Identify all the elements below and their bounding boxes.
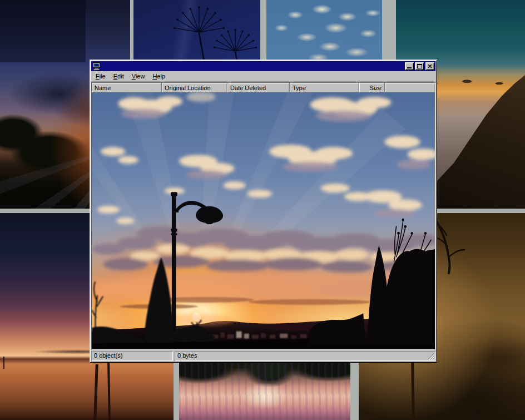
column-header-date-deleted[interactable]: Date Deleted bbox=[227, 83, 290, 92]
status-bar: 0 object(s) 0 bytes bbox=[91, 351, 435, 361]
menu-bar: File Edit View Help bbox=[91, 71, 435, 82]
resize-grip[interactable] bbox=[427, 353, 434, 360]
sunset-photo-background bbox=[92, 92, 435, 349]
menu-help[interactable]: Help bbox=[148, 72, 169, 81]
column-header-name[interactable]: Name bbox=[92, 83, 162, 92]
column-header-type[interactable]: Type bbox=[290, 83, 359, 92]
menu-view[interactable]: View bbox=[128, 72, 149, 81]
column-header-original-location[interactable]: Original Location bbox=[162, 83, 227, 92]
menu-file[interactable]: File bbox=[92, 72, 110, 81]
close-button[interactable] bbox=[425, 62, 434, 70]
sunset-lamp-photo bbox=[92, 92, 435, 349]
column-header-row: Name Original Location Date Deleted Type… bbox=[92, 83, 435, 92]
lake-pole-silhouette bbox=[93, 364, 98, 420]
status-objects: 0 object(s) bbox=[91, 351, 173, 361]
menu-edit[interactable]: Edit bbox=[110, 72, 128, 81]
minimize-icon bbox=[407, 67, 412, 68]
recycle-bin-window: File Edit View Help Name Original Locati… bbox=[90, 60, 437, 363]
window-titlebar[interactable] bbox=[91, 61, 435, 71]
wallpaper-shade bbox=[0, 0, 86, 62]
status-bytes: 0 bytes bbox=[175, 351, 435, 361]
close-icon bbox=[428, 65, 432, 68]
minimize-button[interactable] bbox=[405, 62, 414, 70]
maximize-button[interactable] bbox=[415, 62, 424, 70]
computer-icon bbox=[92, 62, 101, 71]
file-list-view: Name Original Location Date Deleted Type… bbox=[91, 82, 435, 350]
lake-pole-silhouette bbox=[107, 362, 111, 420]
column-header-size[interactable]: Size bbox=[359, 83, 385, 92]
lake-stick-silhouette bbox=[3, 357, 4, 369]
maximize-icon bbox=[417, 64, 422, 68]
wallpaper-tile-water-reflection bbox=[179, 363, 350, 420]
column-header-blank bbox=[385, 83, 435, 92]
